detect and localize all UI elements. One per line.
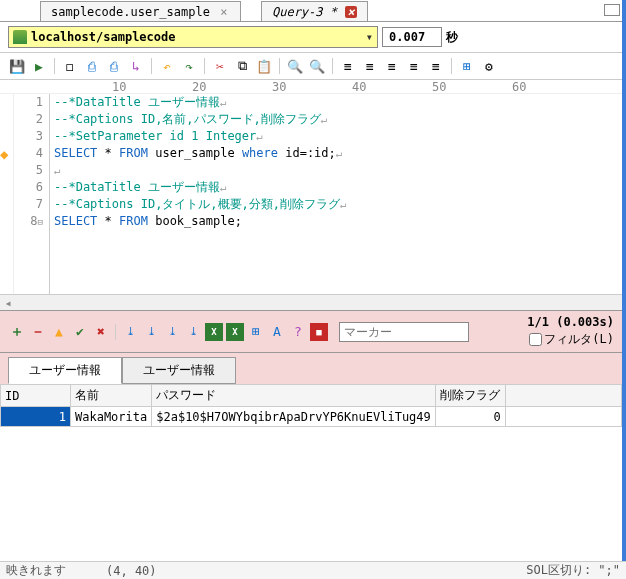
tab-user-sample[interactable]: samplecode.user_sample × (40, 1, 241, 21)
text-icon[interactable]: A (268, 323, 286, 341)
connection-bar: localhost/samplecode ▾ 0.007 秒 (0, 22, 622, 53)
rollback-icon[interactable]: ✖ (92, 323, 110, 341)
indent-right-icon[interactable]: ≡ (361, 57, 379, 75)
bookmark-icon[interactable]: ◆ (0, 146, 8, 162)
ruler-mark: 20 (192, 80, 206, 94)
close-icon[interactable]: × (345, 6, 357, 18)
results-toolbar: ＋ － ▲ ✔ ✖ ⤓ ⤓ ⤓ ⤓ X X ⊞ A ? ■ 1/1 (0.003… (0, 310, 622, 353)
undo-icon[interactable]: ↶ (158, 57, 176, 75)
up-icon[interactable]: ▲ (50, 323, 68, 341)
tab-label: samplecode.user_sample (51, 5, 210, 19)
code-area[interactable]: --*DataTitle ユーザー情報↵--*Captions ID,名前,パス… (50, 94, 622, 294)
filter-check-input[interactable] (529, 333, 542, 346)
stop-result-icon[interactable]: ■ (310, 323, 328, 341)
col-id[interactable]: ID (1, 385, 71, 407)
cell-id[interactable]: 1 (1, 407, 71, 427)
excel-open-icon[interactable]: X (226, 323, 244, 341)
commit-icon[interactable]: ✔ (71, 323, 89, 341)
separator (151, 58, 152, 74)
ruler: 10 20 30 40 50 60 (0, 80, 622, 94)
main-toolbar: 💾 ▶ ◻ ⎙ ⎙ ↳ ↶ ↷ ✂ ⧉ 📋 🔍 🔍 ≡ ≡ ≡ ≡ ≡ ⊞ ⚙ (0, 53, 622, 80)
format-icon[interactable]: ↳ (127, 57, 145, 75)
add-row-icon[interactable]: ＋ (8, 323, 26, 341)
separator (54, 58, 55, 74)
col-password[interactable]: パスワード (152, 385, 436, 407)
result-tab-1[interactable]: ユーザー情報 (8, 357, 122, 384)
copy-icon[interactable]: ⧉ (233, 57, 251, 75)
ruler-mark: 50 (432, 80, 446, 94)
paste-icon[interactable]: 📋 (255, 57, 273, 75)
status-bar: 映きれます (4, 40) SOL区切り: ";" (0, 561, 626, 579)
tree-icon[interactable]: ⊞ (458, 57, 476, 75)
col-name[interactable]: 名前 (71, 385, 152, 407)
cut-icon[interactable]: ✂ (211, 57, 229, 75)
redo-icon[interactable]: ↷ (180, 57, 198, 75)
export-xml-icon[interactable]: ⤓ (163, 323, 181, 341)
horizontal-scrollbar[interactable]: ◂ (0, 294, 622, 310)
code-editor[interactable]: ◆ 12345678⊟ --*DataTitle ユーザー情報↵--*Capti… (0, 94, 622, 294)
export-tsv-icon[interactable]: ⤓ (142, 323, 160, 341)
excel-icon[interactable]: X (205, 323, 223, 341)
editor-tabs: samplecode.user_sample × Query-3 * × (0, 0, 622, 22)
status-right: SOL区切り: ";" (526, 562, 620, 579)
delete-row-icon[interactable]: － (29, 323, 47, 341)
csv-icon[interactable]: ⎙ (83, 57, 101, 75)
separator (115, 324, 116, 340)
result-tab-2[interactable]: ユーザー情報 (122, 357, 236, 384)
connection-text: localhost/samplecode (31, 30, 366, 44)
help-icon[interactable]: ? (289, 323, 307, 341)
col-spacer (505, 385, 621, 407)
stop-icon[interactable]: ◻ (61, 57, 79, 75)
separator (204, 58, 205, 74)
export-json-icon[interactable]: ⤓ (184, 323, 202, 341)
tab-query-3[interactable]: Query-3 * × (261, 1, 368, 21)
separator (451, 58, 452, 74)
align-icon[interactable]: ≡ (383, 57, 401, 75)
tsv-icon[interactable]: ⎙ (105, 57, 123, 75)
replace-icon[interactable]: 🔍 (308, 57, 326, 75)
close-icon[interactable]: × (218, 6, 230, 18)
status-position: (4, 40) (106, 564, 157, 578)
editor-margin: ◆ (0, 94, 14, 294)
scroll-left-icon[interactable]: ◂ (0, 296, 16, 310)
chevron-down-icon: ▾ (366, 30, 373, 44)
seconds-label: 秒 (446, 29, 458, 46)
maximize-icon[interactable] (604, 4, 620, 16)
separator (279, 58, 280, 74)
result-count: 1/1 (0.003s) (527, 315, 614, 329)
ruler-mark: 40 (352, 80, 366, 94)
status-left: 映きれます (6, 562, 66, 579)
export-csv-icon[interactable]: ⤓ (121, 323, 139, 341)
ruler-mark: 60 (512, 80, 526, 94)
separator (332, 58, 333, 74)
ruler-mark: 30 (272, 80, 286, 94)
indent-left-icon[interactable]: ≡ (339, 57, 357, 75)
options-icon[interactable]: ⚙ (480, 57, 498, 75)
list-icon[interactable]: ≡ (427, 57, 445, 75)
save-icon[interactable]: 💾 (8, 57, 26, 75)
cell-delflag[interactable]: 0 (435, 407, 505, 427)
cell-spacer (505, 407, 621, 427)
cell-name[interactable]: WakaMorita (71, 407, 152, 427)
execution-time: 0.007 (382, 27, 442, 47)
filter-checkbox[interactable]: フィルタ(L) (529, 331, 614, 348)
database-icon (13, 30, 27, 44)
ruler-mark: 10 (112, 80, 126, 94)
marker-input[interactable] (339, 322, 469, 342)
run-icon[interactable]: ▶ (30, 57, 48, 75)
filter-label: フィルタ(L) (544, 331, 614, 348)
line-gutter: 12345678⊟ (14, 94, 50, 294)
results-table: ID 名前 パスワード 削除フラグ 1 WakaMorita $2a$10$H7… (0, 384, 622, 427)
table-row[interactable]: 1 WakaMorita $2a$10$H7OWYbqibrApaDrvYP6K… (1, 407, 622, 427)
table-header-row: ID 名前 パスワード 削除フラグ (1, 385, 622, 407)
outdent-icon[interactable]: ≡ (405, 57, 423, 75)
search-icon[interactable]: 🔍 (286, 57, 304, 75)
result-tabs: ユーザー情報 ユーザー情報 (0, 353, 622, 384)
grid-icon[interactable]: ⊞ (247, 323, 265, 341)
cell-password[interactable]: $2a$10$H7OWYbqibrApaDrvYP6KnuEVliTug49 (152, 407, 436, 427)
tab-label: Query-3 * (272, 5, 337, 19)
col-delflag[interactable]: 削除フラグ (435, 385, 505, 407)
connection-selector[interactable]: localhost/samplecode ▾ (8, 26, 378, 48)
